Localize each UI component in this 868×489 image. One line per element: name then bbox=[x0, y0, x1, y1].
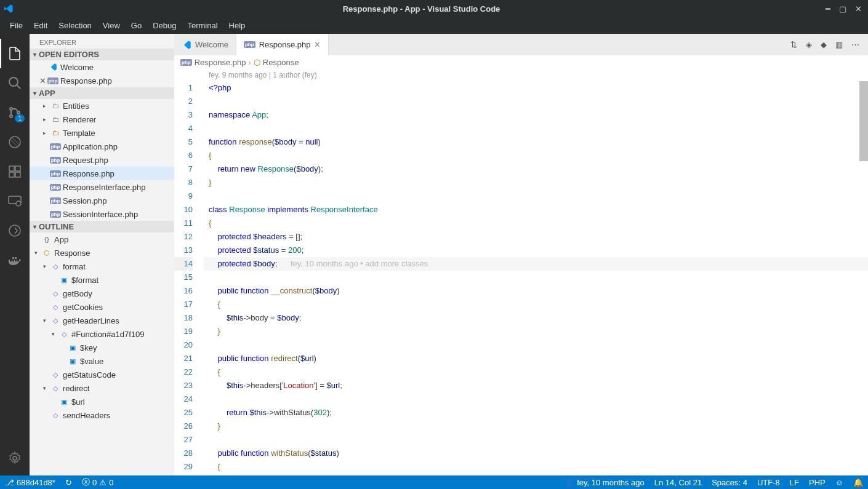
outline-item[interactable]: ◇getCookies bbox=[30, 300, 174, 314]
run-icon[interactable]: ◆ bbox=[821, 40, 827, 49]
file-tree-item[interactable]: phpApplication.php bbox=[30, 140, 174, 153]
svg-point-11 bbox=[16, 201, 21, 206]
outline-item[interactable]: ▾◇#Function#a1d7f109 bbox=[30, 327, 174, 341]
menu-file[interactable]: File bbox=[5, 18, 28, 33]
activity-search-icon[interactable] bbox=[0, 68, 30, 98]
status-feedback-icon[interactable]: ☺ bbox=[830, 478, 848, 487]
sidebar: EXPLORER ▾OPEN EDITORS Welcome✕phpRespon… bbox=[30, 34, 174, 475]
window-title: Response.php - App - Visual Studio Code bbox=[17, 4, 826, 14]
svg-rect-9 bbox=[15, 166, 20, 171]
svg-point-4 bbox=[17, 111, 20, 114]
tabs: Welcome phpResponse.php✕ ⇅ ◈ ◆ ▥ ⋯ bbox=[174, 34, 868, 55]
activity-debug-icon[interactable] bbox=[0, 127, 30, 157]
close-icon[interactable]: ✕ bbox=[855, 4, 862, 14]
tab-close-icon[interactable]: ✕ bbox=[314, 40, 321, 49]
compare-changes-icon[interactable]: ⇅ bbox=[790, 40, 797, 49]
outline-item[interactable]: ▣$url bbox=[30, 395, 174, 408]
sidebar-title: EXPLORER bbox=[30, 34, 174, 49]
code-area[interactable]: <?php namespace App; function response($… bbox=[204, 81, 868, 475]
outline-item[interactable]: ▣$value bbox=[30, 354, 174, 368]
menu-selection[interactable]: Selection bbox=[54, 18, 96, 33]
activity-remote-icon[interactable] bbox=[0, 186, 30, 216]
menubar: File Edit Selection View Go Debug Termin… bbox=[0, 17, 868, 34]
menu-edit[interactable]: Edit bbox=[29, 18, 52, 33]
file-tree-item[interactable]: phpSessionInterface.php bbox=[30, 207, 174, 221]
activity-docker-icon[interactable] bbox=[0, 245, 30, 275]
status-blame[interactable]: 👤 fey, 10 months ago bbox=[560, 478, 649, 487]
status-language[interactable]: PHP bbox=[804, 478, 830, 487]
outline-item[interactable]: ▾◇format bbox=[30, 260, 174, 273]
minimize-icon[interactable]: ━ bbox=[826, 4, 830, 14]
svg-rect-8 bbox=[15, 172, 20, 177]
status-indentation[interactable]: Spaces: 4 bbox=[707, 478, 752, 487]
vscode-icon bbox=[0, 4, 17, 14]
svg-point-3 bbox=[10, 115, 12, 117]
outline-item[interactable]: ◇getStatusCode bbox=[30, 368, 174, 381]
breadcrumb[interactable]: php Response.php › ⬡ Response bbox=[174, 55, 868, 69]
outline-item[interactable]: ▾⬡Response bbox=[30, 246, 174, 260]
menu-terminal[interactable]: Terminal bbox=[182, 18, 222, 33]
file-tree-item[interactable]: ▸🗀Template bbox=[30, 126, 174, 140]
activity-liveshare-icon[interactable] bbox=[0, 216, 30, 245]
statusbar: ⎇ 688d41d8* ↻ ⓧ 0 ⚠ 0 👤 fey, 10 months a… bbox=[0, 475, 868, 489]
svg-rect-6 bbox=[9, 166, 14, 171]
status-encoding[interactable]: UTF-8 bbox=[752, 478, 785, 487]
svg-point-5 bbox=[9, 137, 20, 148]
outline-item[interactable]: ▣$format bbox=[30, 273, 174, 287]
activity-scm-icon[interactable]: 1 bbox=[0, 98, 30, 127]
file-tree-item[interactable]: phpSession.php bbox=[30, 194, 174, 207]
editor: Welcome phpResponse.php✕ ⇅ ◈ ◆ ▥ ⋯ php R… bbox=[174, 34, 868, 475]
svg-rect-7 bbox=[9, 172, 14, 177]
file-tree-item[interactable]: phpResponseInterface.php bbox=[30, 180, 174, 194]
menu-view[interactable]: View bbox=[98, 18, 125, 33]
more-actions-icon[interactable]: ⋯ bbox=[851, 40, 859, 49]
outline-item[interactable]: ▣$key bbox=[30, 341, 174, 354]
maximize-icon[interactable]: ▢ bbox=[839, 4, 846, 14]
open-editor-item[interactable]: ✕phpResponse.php bbox=[30, 74, 174, 87]
tab-response-php[interactable]: phpResponse.php✕ bbox=[236, 34, 329, 55]
open-editor-item[interactable]: Welcome bbox=[30, 60, 174, 74]
line-number-gutter[interactable]: 1234567891011121314151617181920212223242… bbox=[174, 81, 204, 475]
section-outline[interactable]: ▾OUTLINE bbox=[30, 221, 174, 233]
section-app[interactable]: ▾APP bbox=[30, 87, 174, 99]
file-tree-item[interactable]: ▸🗀Renderer bbox=[30, 113, 174, 126]
activity-extensions-icon[interactable] bbox=[0, 157, 30, 186]
activity-explorer-icon[interactable] bbox=[0, 39, 30, 68]
svg-point-13 bbox=[13, 456, 17, 460]
outline-item[interactable]: {}App bbox=[30, 233, 174, 246]
scm-badge: 1 bbox=[15, 114, 25, 122]
menu-debug[interactable]: Debug bbox=[148, 18, 181, 33]
file-tree-item[interactable]: phpRequest.php bbox=[30, 153, 174, 167]
titlebar: Response.php - App - Visual Studio Code … bbox=[0, 0, 868, 17]
svg-line-1 bbox=[17, 85, 20, 89]
status-problems[interactable]: ⓧ 0 ⚠ 0 bbox=[77, 477, 118, 488]
status-notifications-icon[interactable]: 🔔 bbox=[848, 478, 868, 487]
outline-item[interactable]: ▾◇redirect bbox=[30, 381, 174, 395]
outline-item[interactable]: ▾◇getHeaderLines bbox=[30, 314, 174, 327]
activity-settings-icon[interactable] bbox=[0, 446, 30, 475]
file-tree-item[interactable]: ▸🗀Entities bbox=[30, 99, 174, 113]
status-cursor-pos[interactable]: Ln 14, Col 21 bbox=[649, 478, 707, 487]
activity-bar: 1 bbox=[0, 34, 30, 475]
outline-item[interactable]: ◇getBody bbox=[30, 287, 174, 300]
status-branch[interactable]: ⎇ 688d41d8* bbox=[0, 478, 60, 487]
menu-help[interactable]: Help bbox=[224, 18, 251, 33]
file-tree-item[interactable]: phpResponse.php bbox=[30, 167, 174, 180]
preview-icon[interactable]: ◈ bbox=[806, 40, 812, 49]
tab-welcome[interactable]: Welcome bbox=[174, 34, 236, 55]
outline-item[interactable]: ◇sendHeaders bbox=[30, 408, 174, 422]
vertical-scrollbar[interactable] bbox=[859, 81, 868, 161]
section-open-editors[interactable]: ▾OPEN EDITORS bbox=[30, 49, 174, 60]
svg-point-0 bbox=[9, 78, 18, 86]
split-editor-icon[interactable]: ▥ bbox=[835, 40, 843, 49]
svg-point-2 bbox=[10, 108, 12, 110]
blame-annotation: fey, 9 months ago | 1 author (fey) bbox=[174, 69, 868, 81]
status-eol[interactable]: LF bbox=[785, 478, 804, 487]
status-sync[interactable]: ↻ bbox=[60, 478, 77, 487]
menu-go[interactable]: Go bbox=[126, 18, 147, 33]
